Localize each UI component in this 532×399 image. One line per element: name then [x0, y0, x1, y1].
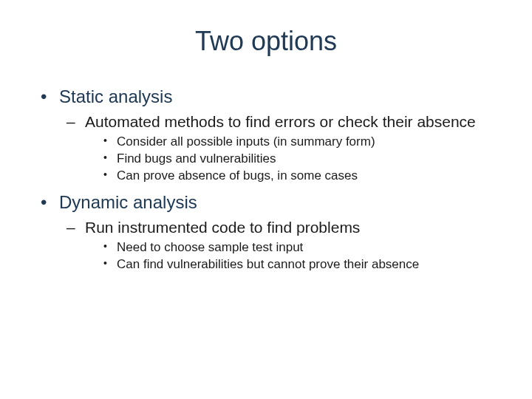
bullet-static-subtitle: Automated methods to find errors or chec… [66, 113, 510, 131]
bullet-dynamic-subtitle: Run instrumented code to find problems [66, 219, 510, 236]
bullet-dynamic-analysis: Dynamic analysis [41, 192, 510, 213]
bullet-dynamic-detail-2: Can find vulnerabilities but cannot prov… [103, 257, 510, 272]
bullet-static-detail-3: Can prove absence of bugs, in some cases [103, 168, 510, 183]
slide-title: Two options [22, 26, 510, 57]
bullet-static-analysis: Static analysis [41, 86, 510, 107]
bullet-dynamic-detail-1: Need to choose sample test input [103, 240, 510, 255]
bullet-static-detail-2: Find bugs and vulnerabilities [103, 151, 510, 166]
bullet-static-detail-1: Consider all possible inputs (in summary… [103, 134, 510, 149]
